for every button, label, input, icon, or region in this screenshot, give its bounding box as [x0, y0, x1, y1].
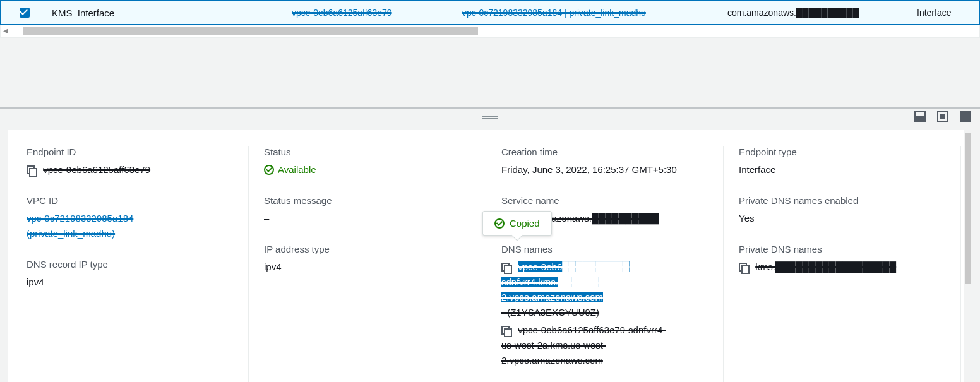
value-creation-time: Friday, June 3, 2022, 16:25:37 GMT+5:30 [501, 162, 708, 177]
panel-size-medium-icon[interactable] [937, 111, 948, 122]
label-creation-time: Creation time [501, 146, 708, 157]
scrollbar-thumb[interactable] [23, 27, 478, 35]
label-endpoint-type: Endpoint type [739, 146, 945, 157]
details-col-3: Creation time Friday, June 3, 2022, 16:2… [486, 146, 724, 382]
value-endpoint-type: Interface [739, 162, 945, 177]
details-col-2: Status Available Status message – IP add… [249, 146, 486, 382]
endpoint-details-panel: Endpoint ID vpce-0eb6a6125aff63e79 VPC I… [8, 130, 972, 382]
scrollbar-thumb[interactable] [965, 133, 971, 284]
dns2-line1: vpce-0eb6a6125aff63e79-sdnfvrr4- [518, 325, 666, 335]
dns-name-2: vpce-0eb6a6125aff63e79-sdnfvrr4- us-west… [501, 323, 708, 368]
value-ip-address-type: ipv4 [264, 260, 470, 275]
details-toolbar [0, 109, 980, 126]
check-circle-icon [494, 218, 505, 229]
label-ip-address-type: IP address type [264, 244, 470, 254]
spacer [0, 38, 980, 107]
popover-text: Copied [510, 218, 540, 229]
value-status-message: – [264, 211, 470, 226]
endpoint-id-text: vpce-0eb6a6125aff63e79 [43, 164, 150, 175]
endpoints-table: KMS_Interface vpce-0eb6a6125aff63e79 vpc… [0, 0, 980, 38]
drag-handle-icon[interactable] [482, 115, 498, 119]
label-private-dns-names: Private DNS names [739, 244, 945, 254]
value-dns-record-ip-type: ipv4 [27, 275, 233, 290]
details-col-4: Endpoint type Interface Private DNS name… [724, 146, 961, 382]
label-status-message: Status message [264, 195, 470, 206]
dns-name-1: vpce-0eb6██████████ sdnfvrr4.kms.██████ … [501, 260, 708, 320]
panel-size-full-icon[interactable] [960, 111, 971, 122]
row-endpoint-type: Interface [908, 8, 974, 18]
checkbox-checked-icon[interactable] [20, 8, 30, 18]
label-service-name: Service name [501, 195, 708, 206]
details-col-1: Endpoint ID vpce-0eb6a6125aff63e79 VPC I… [27, 146, 249, 382]
horizontal-scrollbar[interactable]: ◀ [0, 25, 980, 38]
dns2-line2: us-west-2a.kms.us-west- [501, 340, 606, 350]
row-vpc[interactable]: vpc-0c72198332985a184 | private_link_mad… [453, 8, 719, 18]
scroll-left-icon[interactable]: ◀ [3, 27, 9, 35]
dns2-line3: 2.vpce.amazonaws.com [501, 355, 603, 366]
value-status: Available [264, 162, 470, 177]
row-service-name: com.amazonaws.██████████ [719, 8, 908, 18]
dns1-line2: sdnfvrr4.kms.██████ [501, 277, 599, 287]
dns1-hosted-zone: - (Z1YSA3EXCYUU9Z) [501, 307, 599, 318]
panel-size-small-icon[interactable] [914, 111, 926, 122]
row-endpoint-id[interactable]: vpce-0eb6a6125aff63e79 [283, 8, 453, 18]
value-endpoint-id: vpce-0eb6a6125aff63e79 [27, 162, 233, 177]
row-checkbox-cell[interactable] [6, 8, 43, 18]
value-private-dns-names: kms.██████████████████ [739, 260, 945, 275]
copy-icon[interactable] [739, 263, 748, 272]
value-vpc-id[interactable]: vpc-0c72198332985a184 (private_link_madh… [27, 211, 233, 241]
value-private-dns-enabled: Yes [739, 211, 945, 226]
label-dns-record-ip-type: DNS record IP type [27, 259, 233, 270]
vpc-id-line2[interactable]: (private_link_madhu) [27, 228, 115, 239]
status-text: Available [278, 162, 316, 177]
row-name: KMS_Interface [43, 8, 283, 18]
private-dns-text: kms.██████████████████ [755, 261, 896, 272]
table-row[interactable]: KMS_Interface vpce-0eb6a6125aff63e79 vpc… [0, 0, 980, 25]
check-circle-icon [264, 165, 274, 175]
label-private-dns-enabled: Private DNS names enabled [739, 195, 945, 206]
label-endpoint-id: Endpoint ID [27, 146, 233, 157]
details-vertical-scrollbar[interactable] [964, 130, 972, 382]
copied-popover: Copied [482, 211, 552, 236]
label-vpc-id: VPC ID [27, 195, 233, 206]
copy-icon[interactable] [501, 263, 510, 272]
vpc-id-line1[interactable]: vpc-0c72198332985a184 [27, 213, 133, 224]
label-dns-names: DNS names [501, 244, 708, 254]
dns1-line1: vpce-0eb6██████████ [518, 261, 629, 272]
label-status: Status [264, 146, 470, 157]
copy-icon[interactable] [501, 326, 510, 335]
copy-icon[interactable] [27, 165, 35, 174]
dns1-line3: 2.vpce.amazonaws.com [501, 292, 603, 302]
